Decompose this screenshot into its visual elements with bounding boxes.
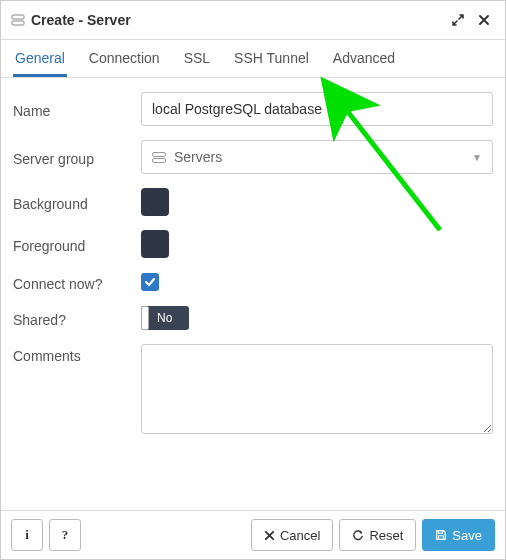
foreground-color-picker[interactable]	[141, 230, 169, 258]
tab-ssh-tunnel[interactable]: SSH Tunnel	[232, 40, 311, 77]
shared-toggle-label: No	[157, 311, 172, 325]
server-icon	[11, 13, 25, 27]
dialog-title: Create - Server	[31, 12, 443, 28]
server-group-selected: Servers	[174, 149, 222, 165]
help-button[interactable]: ?	[49, 519, 81, 551]
server-group-label: Server group	[13, 147, 141, 167]
shared-label: Shared?	[13, 308, 141, 328]
toggle-knob	[141, 306, 149, 330]
save-icon	[435, 529, 447, 541]
server-group-icon	[152, 152, 166, 163]
connect-now-label: Connect now?	[13, 272, 141, 292]
name-label: Name	[13, 99, 141, 119]
svg-rect-1	[12, 21, 24, 25]
background-label: Background	[13, 192, 141, 212]
svg-rect-2	[439, 531, 443, 534]
tab-ssl[interactable]: SSL	[182, 40, 212, 77]
tab-advanced[interactable]: Advanced	[331, 40, 397, 77]
tab-bar: General Connection SSL SSH Tunnel Advanc…	[1, 40, 505, 78]
name-input[interactable]	[141, 92, 493, 126]
server-group-select[interactable]: Servers ▼	[141, 140, 493, 174]
tab-connection[interactable]: Connection	[87, 40, 162, 77]
save-button[interactable]: Save	[422, 519, 495, 551]
close-button[interactable]	[473, 9, 495, 31]
info-button[interactable]: i	[11, 519, 43, 551]
reset-button[interactable]: Reset	[339, 519, 416, 551]
chevron-down-icon: ▼	[472, 152, 482, 163]
cancel-button[interactable]: Cancel	[251, 519, 333, 551]
dialog-footer: i ? Cancel Reset Save	[1, 510, 505, 559]
comments-label: Comments	[13, 344, 141, 364]
comments-textarea[interactable]	[141, 344, 493, 434]
close-icon	[264, 530, 275, 541]
shared-toggle[interactable]: No	[141, 306, 189, 330]
background-color-picker[interactable]	[141, 188, 169, 216]
connect-now-checkbox[interactable]	[141, 273, 159, 291]
tab-general[interactable]: General	[13, 40, 67, 77]
foreground-label: Foreground	[13, 234, 141, 254]
svg-rect-0	[12, 15, 24, 19]
create-server-dialog: Create - Server General Connection SSL S…	[0, 0, 506, 560]
maximize-button[interactable]	[447, 9, 469, 31]
check-icon	[144, 276, 156, 288]
dialog-header: Create - Server	[1, 1, 505, 40]
reset-icon	[352, 529, 364, 541]
form-body: Name Server group Servers ▼ Background	[1, 78, 505, 510]
